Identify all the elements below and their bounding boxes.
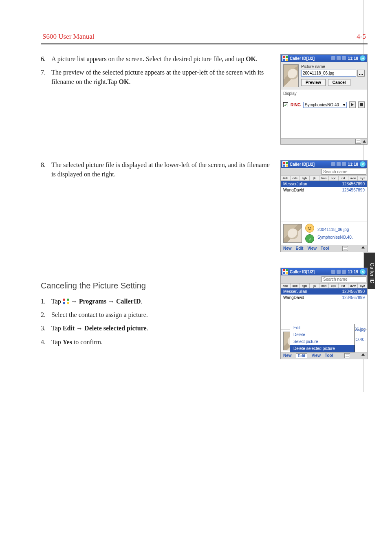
picture-thumbnail [283,64,299,87]
start-icon[interactable] [282,55,288,61]
start-icon[interactable] [282,269,288,275]
alpha-tab[interactable]: #ab [281,176,291,180]
start-icon[interactable] [282,161,288,167]
keyboard-icon[interactable] [355,139,361,144]
step-number: 7. [41,68,51,86]
stop-button[interactable] [358,101,365,108]
alpha-tab[interactable]: lmn [319,176,329,180]
alpha-tabs[interactable]: #ab cde fgh ijk lmn opq rst uvw xyz [281,176,367,181]
search-input[interactable] [322,169,366,175]
contact-phone: 1234567890 [342,289,365,294]
preview-button[interactable]: Preview [301,79,326,86]
alpha-tab[interactable]: ijk [310,176,319,180]
alpha-tab[interactable]: uvw [348,284,358,288]
sync-icon [331,270,335,274]
picture-filename-input[interactable] [301,70,356,77]
close-button[interactable]: ✕ [360,161,366,167]
contact-phone: 1234567890 [342,182,365,186]
ring-label: RING [291,103,301,107]
sip-up-icon[interactable] [363,140,366,143]
picture-name-label: Picture name [301,64,365,69]
search-input[interactable] [322,276,366,282]
music-note-icon: ♪ [305,234,314,243]
step-text: Select the contact to assign a picture. [51,310,272,319]
sip-up-icon[interactable] [361,246,365,249]
context-menu-item[interactable]: Delete [290,331,355,338]
search-row [281,168,367,176]
alpha-tab[interactable]: opq [329,284,339,288]
step-number: 4. [41,337,51,347]
context-menu-item[interactable]: Select picture [290,338,355,345]
context-menu-item[interactable]: Delete selected picture [290,345,355,352]
step-text: A picture list appears on the screen. Se… [51,54,272,64]
signal-icon [337,162,341,166]
step-6: 6. A picture list appears on the screen.… [41,54,272,64]
alpha-tab[interactable]: ijk [310,284,319,288]
alpha-tab[interactable]: fgh [300,284,310,288]
alpha-tab[interactable]: lmn [319,284,329,288]
contact-row[interactable]: MesserJulian 1234567890 [281,288,367,295]
alpha-tab[interactable]: cde [291,284,300,288]
menu-bar: New Edit View Tool [281,245,367,252]
contact-row[interactable]: WangDavid 1234567899 [281,187,367,193]
menu-edit[interactable]: Edit [296,353,308,358]
alpha-tab[interactable]: rst [339,284,348,288]
volume-icon [342,162,346,166]
window-title: Caller ID[1/2] [290,270,330,274]
alpha-tab[interactable]: xyz [358,284,367,288]
contact-phone: 1234567899 [342,188,365,192]
alpha-tab[interactable]: xyz [358,176,367,180]
alpha-tab[interactable]: cde [291,176,300,180]
step-text: Tap → Programs → CallerID. [51,297,272,306]
ok-button[interactable]: ok [360,55,366,61]
sync-icon [331,162,335,166]
window-title: Caller ID[1/2] [290,162,330,167]
steps-list-b: 8. The selected picture file is displaye… [41,160,272,179]
step-number: 6. [41,54,51,64]
cancel-button[interactable]: Cancel [328,79,350,86]
step-7: 7. The preview of the selected picture a… [41,68,272,86]
alpha-tab[interactable]: fgh [300,176,310,180]
menu-edit[interactable]: Edit [296,246,304,251]
alpha-tabs[interactable]: #ab cde fgh ijk lmn opq rst uvw xyz [281,284,367,288]
contact-phone: 1234567899 [342,295,365,300]
menu-new[interactable]: New [283,353,292,358]
text-fragment: . [256,55,258,62]
contact-name: MesserJulian [283,289,342,294]
volume-icon [342,270,346,274]
status-icons [331,162,346,166]
step-number: 2. [41,310,51,319]
alpha-tab[interactable]: rst [339,176,348,180]
step: 1.Tap → Programs → CallerID. [41,297,272,306]
window-titlebar: Caller ID[1/2] 11:19 ✕ [281,268,367,275]
assigned-ringtone: SymphoniesNO.40. [317,235,365,240]
contact-row[interactable]: MesserJulian 1234567890 [281,181,367,187]
contact-row[interactable]: WangDavid 1234567899 [281,295,367,301]
menu-new[interactable]: New [283,246,292,251]
keyboard-icon[interactable] [342,246,348,251]
browse-button[interactable]: ... [357,70,365,77]
contact-name: WangDavid [283,188,342,192]
alpha-tab[interactable]: #ab [281,284,291,288]
menu-view[interactable]: View [311,353,321,358]
menu-view[interactable]: View [307,246,317,251]
menu-tool[interactable]: Tool [321,246,329,251]
close-button[interactable]: ✕ [360,269,366,275]
edit-context-menu: EditDeleteSelect pictureDelete selected … [290,324,355,352]
play-button[interactable] [349,101,356,108]
bold-fragment: OK [119,78,129,85]
ringtone-select[interactable]: SymphoniesNO.40 ▾ [303,102,347,108]
sip-up-icon[interactable] [361,353,365,356]
screenshot-edit-menu: Caller ID[1/2] 11:19 ✕ [280,268,368,359]
alpha-tab[interactable]: opq [329,176,339,180]
ring-checkbox[interactable]: ✔ [283,102,288,107]
keyboard-icon[interactable] [344,353,350,358]
context-menu-item[interactable]: Edit [290,324,355,331]
clock: 11:19 [348,270,358,274]
screenshot-preview-dialog: Caller ID[1/2] 11:18 ok [280,54,368,145]
search-row [281,275,367,284]
step-number: 3. [41,323,51,333]
page-number: 4-5 [357,33,366,41]
menu-tool[interactable]: Tool [325,353,333,358]
alpha-tab[interactable]: uvw [348,176,358,180]
